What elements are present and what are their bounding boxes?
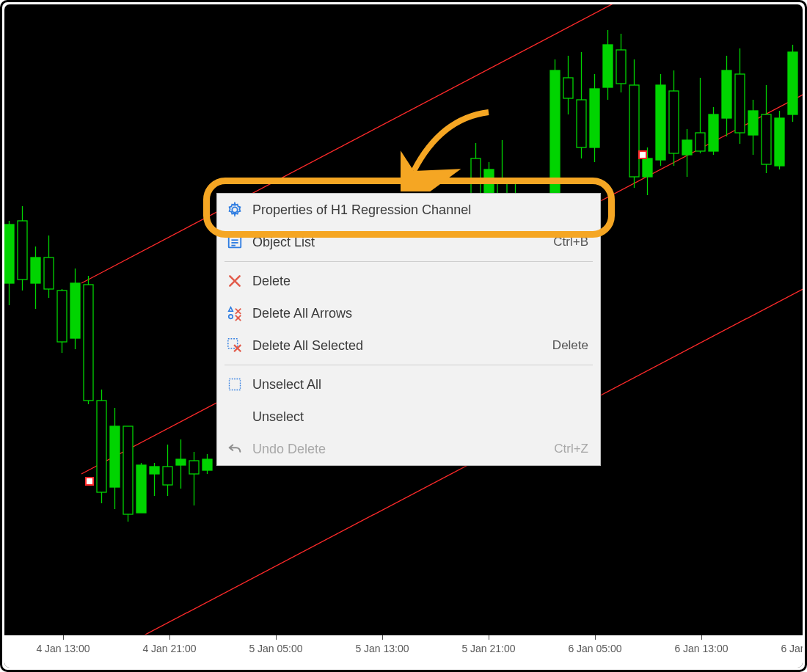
menu-item-label: Delete [252,274,588,289]
svg-rect-32 [189,461,199,474]
time-axis: 04 Jan 13:004 Jan 21:005 Jan 05:005 Jan … [4,635,803,668]
svg-rect-6 [18,221,27,280]
svg-rect-8 [31,258,40,283]
menu-item-selx[interactable]: Delete All SelectedDelete [217,329,600,362]
svg-rect-34 [202,459,212,470]
svg-rect-24 [136,465,146,513]
svg-point-92 [229,315,233,319]
undo-icon [217,441,252,457]
time-axis-tick: 5 Jan 21:00 [452,635,525,654]
app-frame: 04 Jan 13:004 Jan 21:005 Jan 05:005 Jan … [0,0,807,672]
menu-item-shortcut: Ctrl+Z [554,442,588,456]
menu-item-label: Properties of H1 Regression Channel [252,202,588,218]
svg-rect-60 [629,85,639,177]
svg-rect-62 [643,158,652,177]
svg-rect-48 [550,70,560,212]
svg-rect-78 [748,111,758,135]
svg-marker-91 [229,307,233,312]
menu-item-label: Delete All Arrows [252,306,588,321]
svg-rect-82 [775,118,784,166]
context-menu[interactable]: Properties of H1 Regression ChannelObjec… [216,193,601,466]
x-icon [217,274,252,288]
svg-rect-74 [722,70,731,118]
list-icon [217,234,252,250]
menu-item-gear[interactable]: Properties of H1 Regression Channel [217,194,600,226]
svg-rect-64 [656,85,665,160]
menu-item-box[interactable]: Unselect All [217,368,600,401]
svg-rect-20 [110,426,120,487]
menu-separator [224,261,593,262]
svg-rect-80 [762,114,771,164]
menu-item-shortcut: Delete [552,338,588,353]
svg-rect-52 [577,100,586,147]
svg-rect-70 [695,133,705,151]
menu-item-label: Undo Delete [252,442,554,457]
time-axis-tick: 5 Jan 05:00 [239,635,313,654]
menu-item-shapes[interactable]: Delete All Arrows [217,297,600,329]
svg-rect-58 [616,50,626,84]
svg-rect-16 [84,285,93,401]
menu-separator [224,365,593,365]
svg-rect-54 [590,89,599,147]
svg-rect-66 [669,91,679,153]
menu-item-label: Unselect [252,409,588,425]
svg-rect-86 [639,151,646,158]
svg-rect-28 [163,467,172,485]
svg-rect-84 [788,52,797,114]
svg-rect-85 [86,478,93,485]
time-axis-tick: 4 Jan 13:00 [26,635,100,654]
svg-rect-76 [735,74,745,133]
menu-item-list[interactable]: Object ListCtrl+B [217,226,600,258]
svg-rect-94 [230,379,241,390]
svg-rect-14 [70,283,80,338]
menu-item-label: Unselect All [252,377,588,392]
svg-rect-68 [682,140,692,155]
svg-rect-26 [150,467,159,474]
gear-icon [217,202,252,218]
time-axis-tick: 0 [4,635,26,654]
menu-item-label: Delete All Selected [252,338,552,354]
menu-item-undo: Undo DeleteCtrl+Z [217,433,600,465]
svg-rect-50 [563,78,573,98]
menu-item-item8[interactable]: Unselect [217,401,600,433]
time-axis-tick: 6 Jan 13:00 [665,635,738,654]
box-icon [217,377,252,392]
svg-rect-12 [57,291,67,342]
svg-rect-18 [97,401,106,492]
svg-rect-72 [709,114,718,151]
time-axis-tick: 4 Jan 21:00 [133,635,206,654]
menu-item-shortcut: Ctrl+B [553,235,588,249]
time-axis-tick: 6 Jan 21:00 [771,635,803,654]
svg-rect-56 [603,45,613,87]
menu-item-x[interactable]: Delete [217,265,600,297]
svg-rect-30 [176,459,186,465]
shapes-icon [217,305,252,321]
svg-rect-4 [4,224,14,283]
svg-rect-22 [123,426,133,514]
time-axis-tick: 6 Jan 05:00 [558,635,632,654]
svg-rect-10 [44,258,54,289]
menu-item-label: Object List [252,235,553,250]
chart-area[interactable]: 04 Jan 13:004 Jan 21:005 Jan 05:005 Jan … [4,4,803,668]
time-axis-tick: 5 Jan 13:00 [346,635,419,654]
selx-icon [217,337,252,354]
